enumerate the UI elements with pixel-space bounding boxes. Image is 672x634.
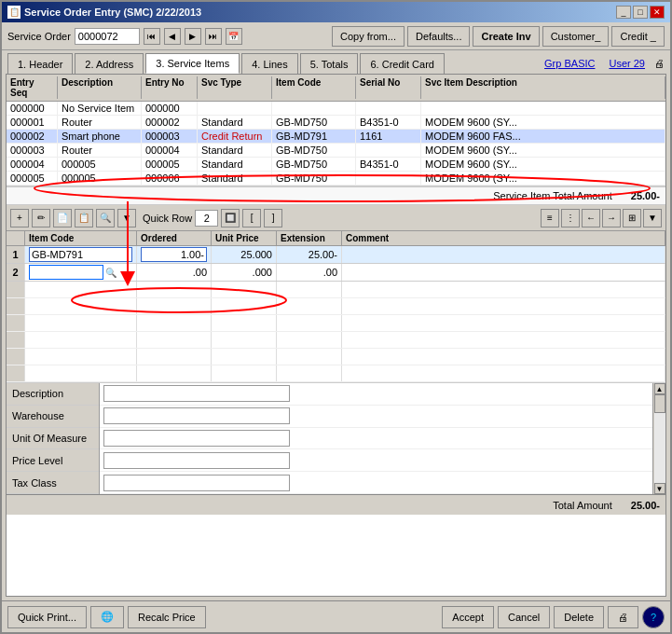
warehouse-value-row — [100, 406, 665, 428]
nav-left[interactable]: ◀ — [164, 28, 181, 45]
web-button[interactable]: 🌐 — [90, 606, 124, 628]
format-btn-2[interactable]: ⋮ — [561, 209, 580, 227]
tab-totals[interactable]: 5. Totals — [300, 53, 359, 74]
col-entry-no: Entry No — [142, 76, 198, 99]
delete-button[interactable]: Delete — [554, 606, 604, 628]
lines-toolbar: + ✏ 📄 📋 🔍 ▼ Quick Row 🔲 [ ] ≡ ⋮ ← → ⊞ ▼ — [7, 205, 665, 231]
table-row[interactable]: 000005 000005 000006 Standard GB-MD750 M… — [7, 172, 665, 186]
service-order-label: Service Order — [7, 31, 71, 42]
grid-button[interactable]: ⊞ — [623, 209, 641, 227]
paste-button[interactable]: 📋 — [75, 209, 93, 227]
nav-left-end[interactable]: ⏮ — [144, 28, 160, 45]
format-btn-1[interactable]: ≡ — [541, 209, 559, 227]
line-item-row[interactable]: 1 25.000 25.00- — [7, 246, 665, 264]
table-row[interactable]: 000002 Smart phone 000003 Credit Return … — [7, 130, 665, 144]
col-svc-type: Svc Type — [198, 76, 272, 99]
quick-row-input[interactable] — [195, 210, 218, 227]
nav-line-right[interactable]: ] — [264, 209, 282, 227]
accept-button[interactable]: Accept — [442, 606, 494, 628]
unit-price-cell-1: 25.000 — [212, 246, 277, 263]
empty-row — [7, 365, 665, 382]
extension-cell-2: .00 — [277, 264, 342, 281]
tab-address[interactable]: 2. Address — [75, 53, 144, 74]
tab-credit-card[interactable]: 6. Credit Card — [360, 53, 444, 74]
bottom-right-buttons: Accept Cancel Delete 🖨 ? — [442, 606, 665, 628]
ordered-input-1[interactable] — [141, 247, 207, 262]
arrow-down-button[interactable]: ▼ — [117, 209, 136, 227]
item-code-cell-1[interactable] — [25, 246, 137, 263]
search-icon[interactable]: 🔍 — [105, 268, 117, 278]
item-code-input-2[interactable] — [29, 265, 103, 280]
nav-line-left[interactable]: [ — [242, 209, 261, 227]
scroll-thumb[interactable] — [654, 394, 665, 413]
maximize-button[interactable]: □ — [633, 6, 648, 19]
col-item-code: Item Code — [272, 76, 356, 99]
scroll-up-button[interactable]: ▲ — [654, 383, 665, 394]
tab-lines[interactable]: 4. Lines — [241, 53, 298, 74]
table-row[interactable]: 000003 Router 000004 Standard GB-MD750 M… — [7, 144, 665, 158]
quick-print-button[interactable]: Quick Print... — [7, 606, 87, 628]
col-ordered-header: Ordered — [137, 231, 212, 245]
credit-button[interactable]: Credit _ — [611, 26, 665, 47]
format-btn-3[interactable]: ← — [582, 209, 600, 227]
col-comment-header: Comment — [342, 231, 665, 245]
copy-button[interactable]: 📄 — [53, 209, 72, 227]
window-title: Service Order Entry (SMC) 2/22/2013 — [24, 7, 201, 18]
table-row[interactable]: 000001 Router 000002 Standard GB-MD750 B… — [7, 116, 665, 130]
format-btn-4[interactable]: → — [602, 209, 621, 227]
title-bar: 📋 Service Order Entry (SMC) 2/22/2013 _ … — [2, 2, 670, 22]
item-code-cell-2[interactable]: 🔍 — [25, 264, 137, 281]
recalc-price-button[interactable]: Recalc Price — [128, 606, 206, 628]
empty-row — [7, 315, 665, 332]
main-content: Entry Seq Description Entry No Svc Type … — [6, 74, 666, 597]
tab-service-items[interactable]: 3. Service Items — [145, 53, 240, 74]
calendar-button[interactable]: 📅 — [226, 28, 242, 45]
nav-right[interactable]: ▶ — [185, 28, 201, 45]
edit-button[interactable]: ✏ — [32, 209, 50, 227]
empty-rows — [7, 282, 665, 382]
lines-table-header: Item Code Ordered Unit Price Extension C… — [7, 231, 665, 246]
empty-row — [7, 332, 665, 349]
create-inv-button[interactable]: Create Inv — [473, 26, 539, 47]
customer-button[interactable]: Customer_ — [542, 26, 610, 47]
desc-value-row — [100, 383, 665, 406]
close-button[interactable]: ✕ — [650, 6, 665, 19]
grp-basic-link[interactable]: Grp BASIC — [540, 56, 599, 71]
comment-cell-2 — [342, 264, 665, 281]
filter-button[interactable]: 🔍 — [96, 209, 115, 227]
help-button[interactable]: ? — [642, 606, 665, 628]
summary-label: Service Item Total Amount — [493, 190, 612, 201]
quick-row-icon[interactable]: 🔲 — [221, 209, 240, 227]
minimize-button[interactable]: _ — [616, 6, 631, 19]
cancel-button[interactable]: Cancel — [498, 606, 550, 628]
user-link[interactable]: User 29 — [604, 56, 650, 71]
unit-price-cell-2: .000 — [212, 264, 277, 281]
item-code-input-1[interactable] — [29, 247, 132, 262]
detail-scrollbar: ▲ ▼ — [652, 383, 665, 494]
total-value: 25.00- — [631, 500, 660, 511]
defaults-button[interactable]: Defaults... — [407, 26, 471, 47]
quick-row-label: Quick Row — [143, 213, 192, 224]
service-order-input[interactable] — [75, 28, 140, 45]
printer-icon[interactable]: 🖨 — [654, 58, 665, 69]
price-level-input[interactable] — [103, 452, 290, 469]
detail-area: Description Warehouse Unit Of Measure Pr… — [7, 382, 665, 494]
line-item-row-2[interactable]: 2 🔍 .00 .000 .00 — [7, 264, 665, 282]
uom-input[interactable] — [103, 430, 290, 447]
arrow-drop-button[interactable]: ▼ — [643, 209, 662, 227]
print-bottom-button[interactable]: 🖨 — [608, 606, 638, 628]
ordered-cell-1[interactable] — [137, 246, 212, 263]
copy-from-button[interactable]: Copy from... — [332, 26, 405, 47]
add-line-button[interactable]: + — [10, 209, 29, 227]
price-level-label: Price Level — [7, 449, 99, 472]
tax-class-input[interactable] — [103, 475, 290, 491]
table-row[interactable]: 000000 No Service Item 000000 — [7, 102, 665, 116]
scroll-down-button[interactable]: ▼ — [654, 483, 665, 494]
desc-input[interactable] — [103, 385, 290, 402]
tax-class-label: Tax Class — [7, 472, 99, 494]
tab-header[interactable]: 1. Header — [7, 53, 73, 74]
table-row[interactable]: 000004 000005 000005 Standard GB-MD750 B… — [7, 158, 665, 172]
title-buttons: _ □ ✕ — [616, 6, 665, 19]
warehouse-input[interactable] — [103, 407, 290, 424]
nav-right-end[interactable]: ⏭ — [205, 28, 222, 45]
